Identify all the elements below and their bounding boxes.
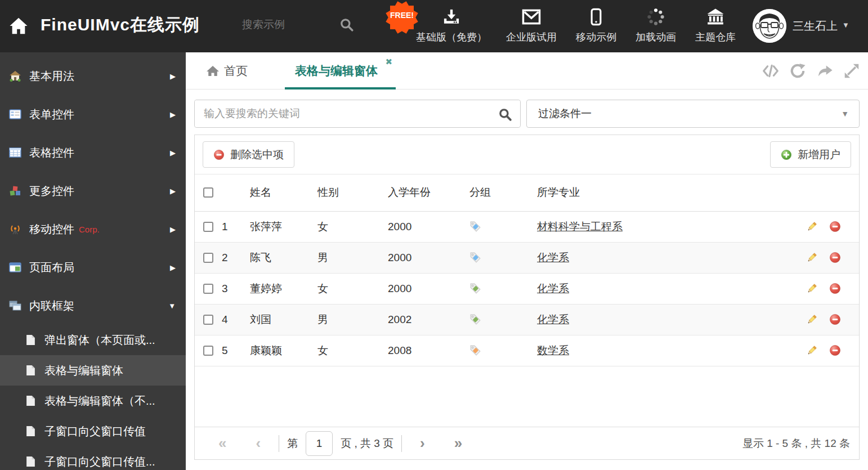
table-row: 2 陈飞 男 2000 化学系 xyxy=(195,242,859,273)
delete-selected-button[interactable]: 删除选中项 xyxy=(203,141,294,168)
brand-home-icon[interactable] xyxy=(9,17,28,35)
sidebar-item-page-layout[interactable]: 页面布局 ▶ xyxy=(0,248,186,287)
user-name[interactable]: 三生石上 xyxy=(793,19,838,34)
tab-label: 表格与编辑窗体 xyxy=(295,63,378,79)
tab-home[interactable]: 首页 xyxy=(194,52,260,89)
delete-icon[interactable] xyxy=(829,344,841,356)
grid-empty-space xyxy=(195,366,859,427)
filter-dropdown-value: 过滤条件一 xyxy=(538,106,592,121)
sidebar-subitem-child-to-parent[interactable]: 子窗口向父窗口传值 xyxy=(0,416,186,446)
cell-year: 2000 xyxy=(388,273,469,304)
chevron-down-icon[interactable]: ▼ xyxy=(842,21,849,29)
edit-icon[interactable] xyxy=(806,252,818,263)
nav-item-enterprise-trial[interactable]: 企业版试用 xyxy=(496,8,566,44)
nav-item-label: 基础版（免费） xyxy=(416,30,487,44)
major-link[interactable]: 材料科学与工程系 xyxy=(537,221,623,232)
sidebar-item-form-controls[interactable]: 表单控件 ▶ xyxy=(0,95,186,133)
nav-item-theme-store[interactable]: 主题仓库 xyxy=(686,8,745,44)
major-link[interactable]: 化学系 xyxy=(537,252,569,263)
wireless-icon xyxy=(9,223,21,235)
tab-grid-edit-window[interactable]: 表格与编辑窗体 ✖ xyxy=(283,52,398,89)
sidebar-subitem-popup-window[interactable]: 弹出窗体（本页面或... xyxy=(0,325,186,355)
page-number-input[interactable] xyxy=(306,431,333,456)
major-link[interactable]: 化学系 xyxy=(537,283,569,294)
sidebar-subitem-grid-edit-window[interactable]: 表格与编辑窗体 xyxy=(0,355,186,386)
edit-icon[interactable] xyxy=(806,344,818,356)
delete-icon[interactable] xyxy=(829,283,841,294)
sidebar-item-inline-frame[interactable]: 内联框架 ▼ xyxy=(0,287,186,325)
sidebar-item-label: 表格控件 xyxy=(29,145,74,160)
user-avatar[interactable] xyxy=(753,9,786,43)
column-group: 分组 xyxy=(469,174,537,211)
corp-badge: Corp. xyxy=(79,225,100,234)
first-page-button[interactable]: « xyxy=(204,435,241,452)
tab-bar: 首页 表格与编辑窗体 ✖ xyxy=(186,52,868,89)
delete-icon[interactable] xyxy=(829,252,841,263)
nav-item-basic-free[interactable]: 基础版（免费） xyxy=(406,8,496,44)
edit-icon[interactable] xyxy=(806,314,818,325)
sidebar-item-basic-usage[interactable]: 基本用法 ▶ xyxy=(0,57,186,95)
file-icon xyxy=(26,426,35,437)
chevron-down-icon: ▼ xyxy=(841,109,849,118)
edit-icon[interactable] xyxy=(806,283,818,294)
row-checkbox[interactable] xyxy=(203,284,213,294)
cell-year: 2000 xyxy=(388,211,469,242)
expand-icon[interactable] xyxy=(843,62,860,79)
home-icon xyxy=(9,70,21,82)
app-window: FineUIMvc在线示例 FREE! 基础版（免费） 企业版试用 xyxy=(0,0,868,470)
table-row: 4 刘国 男 2002 化学系 xyxy=(195,304,859,335)
delete-icon[interactable] xyxy=(829,314,841,325)
refresh-icon[interactable] xyxy=(789,62,806,79)
row-checkbox[interactable] xyxy=(203,222,213,232)
cell-gender: 女 xyxy=(317,273,388,304)
sidebar-subitem-label: 弹出窗体（本页面或... xyxy=(44,333,155,348)
sidebar-item-mobile-controls[interactable]: 移动控件 Corp. ▶ xyxy=(0,210,186,248)
search-icon[interactable] xyxy=(498,108,512,122)
select-all-checkbox[interactable] xyxy=(203,187,213,198)
keyword-search-input[interactable] xyxy=(195,100,520,127)
next-page-button[interactable]: › xyxy=(405,435,440,452)
major-link[interactable]: 化学系 xyxy=(537,314,569,325)
sidebar-subitem-label: 表格与编辑窗体（不... xyxy=(44,393,155,409)
tag-icon xyxy=(469,221,481,232)
filter-dropdown[interactable]: 过滤条件一 ▼ xyxy=(526,100,860,128)
nav-item-loading-animation[interactable]: 加载动画 xyxy=(626,8,686,44)
pager-divider xyxy=(279,435,279,452)
search-icon[interactable] xyxy=(339,17,354,32)
forward-icon[interactable] xyxy=(816,62,833,79)
chevron-down-icon: ▼ xyxy=(168,302,176,310)
sidebar-item-grid-controls[interactable]: 表格控件 ▶ xyxy=(0,133,186,172)
row-checkbox[interactable] xyxy=(203,346,213,356)
major-link[interactable]: 数学系 xyxy=(537,344,569,356)
edit-icon[interactable] xyxy=(806,221,818,232)
nav-item-label: 企业版试用 xyxy=(506,30,557,44)
column-actions xyxy=(788,174,859,211)
table-row: 5 康颖颖 女 2008 数学系 xyxy=(195,335,859,366)
row-index: 4 xyxy=(222,304,250,335)
row-checkbox[interactable] xyxy=(203,253,213,263)
delete-icon[interactable] xyxy=(829,221,841,232)
sidebar-item-label: 页面布局 xyxy=(29,260,74,275)
window-tools xyxy=(762,62,860,79)
sidebar-item-label: 更多控件 xyxy=(29,183,74,199)
envelope-icon xyxy=(521,8,542,26)
filter-row: 过滤条件一 ▼ xyxy=(194,100,860,128)
row-index: 2 xyxy=(222,242,250,273)
sidebar-item-label: 内联框架 xyxy=(29,298,74,314)
sidebar-menu: 基本用法 ▶ 表单控件 ▶ 表格控件 ▶ 更多控件 ▶ xyxy=(0,52,186,470)
prev-page-button[interactable]: ‹ xyxy=(241,435,275,452)
table-row: 3 董婷婷 女 2000 化学系 xyxy=(195,273,859,304)
add-user-button[interactable]: 新增用户 xyxy=(770,141,851,168)
keyword-search-box xyxy=(194,100,521,128)
sidebar-item-more-controls[interactable]: 更多控件 ▶ xyxy=(0,172,186,210)
header-search-input[interactable] xyxy=(242,19,332,31)
last-page-button[interactable]: » xyxy=(440,435,477,452)
row-checkbox[interactable] xyxy=(203,315,213,325)
close-icon[interactable]: ✖ xyxy=(385,57,392,67)
sidebar-subitem-child-to-parent-2[interactable]: 子窗口向父窗口传值... xyxy=(0,446,186,470)
cell-name: 陈飞 xyxy=(250,242,317,273)
cell-name: 董婷婷 xyxy=(250,273,317,304)
nav-item-mobile-demo[interactable]: 移动示例 xyxy=(566,8,626,44)
sidebar-subitem-grid-edit-window-2[interactable]: 表格与编辑窗体（不... xyxy=(0,386,186,416)
code-icon[interactable] xyxy=(762,62,779,79)
